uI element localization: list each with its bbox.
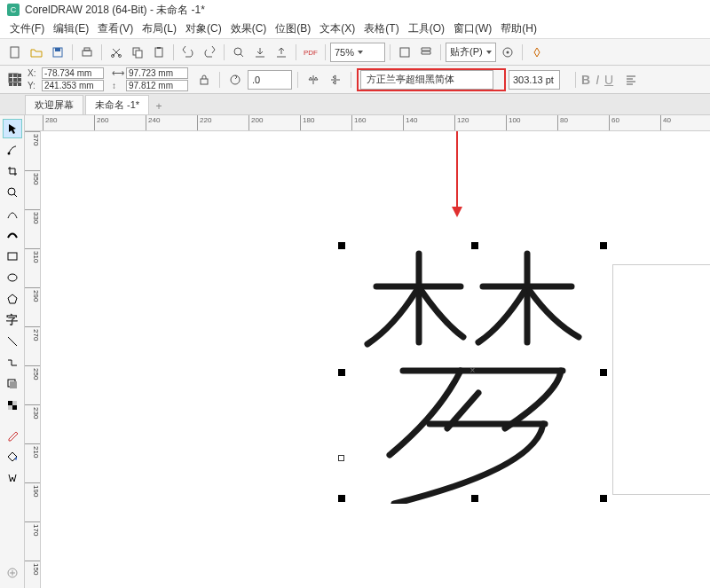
zoom-tool[interactable] [3, 183, 22, 202]
selection-handle-ne[interactable] [600, 242, 607, 249]
publish-pdf-button[interactable]: PDF [301, 43, 320, 62]
selection-handle-nw[interactable] [338, 242, 345, 249]
selection-handle-s[interactable] [471, 495, 478, 502]
x-input[interactable]: -78.734 mm [42, 67, 104, 79]
cut-button[interactable] [106, 43, 126, 62]
ellipse-tool[interactable] [3, 268, 22, 287]
italic-button[interactable]: I [596, 73, 599, 87]
search-button[interactable] [229, 43, 248, 62]
outline-tool[interactable] [3, 468, 22, 488]
rectangle-tool[interactable] [3, 247, 22, 266]
selection-handle-w[interactable] [338, 369, 345, 376]
fullscreen-button[interactable] [395, 43, 414, 62]
text-align-button[interactable] [621, 70, 641, 90]
menu-layout[interactable]: 布局(L) [138, 21, 181, 36]
svg-rect-36 [8, 401, 12, 405]
underline-button[interactable]: U [604, 73, 613, 87]
snap-dropdown[interactable]: 贴齐(P) [446, 43, 496, 62]
font-name: 方正兰亭超细黑简体 [367, 73, 454, 86]
copy-button[interactable] [128, 43, 147, 62]
expand-toolbox-button[interactable] [3, 563, 22, 583]
menu-text[interactable]: 文本(X) [315, 21, 359, 36]
y-input[interactable]: 241.353 mm [42, 80, 104, 91]
freehand-tool[interactable] [3, 204, 22, 223]
app-logo-icon: C [7, 4, 20, 16]
undo-button[interactable] [178, 43, 198, 62]
menu-edit[interactable]: 编辑(E) [49, 21, 93, 36]
connector-tool[interactable] [3, 353, 22, 372]
options-button[interactable] [498, 43, 517, 62]
export-button[interactable] [272, 43, 291, 62]
workspace: 字 280260240220200180160140120100806040 3… [0, 115, 710, 588]
redo-button[interactable] [200, 43, 219, 62]
mirror-v-button[interactable] [326, 70, 345, 90]
eyedropper-tool[interactable] [3, 426, 22, 445]
menu-tools[interactable]: 工具(O) [404, 21, 449, 36]
rulers-button[interactable] [416, 43, 436, 62]
svg-rect-4 [55, 48, 60, 51]
dimension-tool[interactable] [3, 332, 22, 351]
font-family-dropdown[interactable]: 方正兰亭超细黑简体 [360, 70, 493, 90]
separator [575, 72, 576, 88]
selection-center-marker[interactable]: × [469, 366, 477, 374]
print-button[interactable] [77, 43, 97, 62]
separator [325, 44, 326, 60]
mirror-h-button[interactable] [304, 70, 323, 90]
menu-window[interactable]: 窗口(W) [449, 21, 496, 36]
vertical-ruler[interactable]: 370350330310290270250230210190170150 [25, 131, 41, 588]
width-icon: ⟷ [112, 68, 122, 78]
menu-help[interactable]: 帮助(H) [496, 21, 541, 36]
menu-bitmap[interactable]: 位图(B) [271, 21, 315, 36]
selection-handle-sw[interactable] [338, 495, 345, 502]
svg-rect-27 [201, 79, 208, 84]
menu-file[interactable]: 文件(F) [5, 21, 49, 36]
lock-ratio-button[interactable] [194, 70, 214, 90]
zoom-dropdown[interactable]: 75% [330, 43, 385, 62]
selection-handle-e[interactable] [600, 369, 607, 376]
separator [440, 44, 441, 60]
tab-document[interactable]: 未命名 -1* [85, 95, 149, 114]
paste-button[interactable] [149, 43, 169, 62]
selection-handle-se[interactable] [600, 495, 607, 502]
w-input[interactable]: 97.723 mm [126, 67, 188, 79]
svg-point-33 [8, 274, 17, 281]
text-tool[interactable]: 字 [3, 310, 22, 330]
new-doc-button[interactable] [5, 43, 25, 62]
svg-rect-35 [10, 381, 17, 388]
zoom-value: 75% [335, 47, 354, 58]
canvas-viewport[interactable]: × [41, 131, 710, 588]
canvas-area: 280260240220200180160140120100806040 370… [25, 115, 710, 588]
pick-tool[interactable] [3, 119, 22, 138]
crop-tool[interactable] [3, 161, 22, 181]
tab-icon[interactable] [4, 68, 23, 88]
fill-tool[interactable] [3, 447, 22, 466]
menu-object[interactable]: 对象(C) [181, 21, 226, 36]
menu-bar: 文件(F) 编辑(E) 查看(V) 布局(L) 对象(C) 效果(C) 位图(B… [0, 20, 710, 39]
transparency-tool[interactable] [3, 396, 22, 415]
menu-table[interactable]: 表格(T) [359, 21, 403, 36]
snap-label: 贴齐(P) [450, 45, 483, 59]
h-input[interactable]: 97.812 mm [126, 80, 188, 91]
menu-effect[interactable]: 效果(C) [226, 21, 272, 36]
font-size-input[interactable]: 303.13 pt [509, 70, 560, 90]
drop-shadow-tool[interactable] [3, 374, 22, 394]
bold-button[interactable]: B [581, 73, 590, 87]
import-button[interactable] [250, 43, 270, 62]
polygon-tool[interactable] [3, 289, 22, 309]
canvas[interactable]: × [41, 131, 710, 588]
selection-handle-n[interactable] [471, 242, 478, 249]
text-style-group: B I U [581, 73, 613, 87]
horizontal-ruler[interactable]: 280260240220200180160140120100806040 [25, 115, 710, 131]
open-button[interactable] [27, 43, 46, 62]
add-tab-button[interactable]: + [151, 98, 167, 114]
shape-tool[interactable] [3, 140, 22, 160]
text-baseline-handle[interactable] [338, 455, 344, 461]
launch-button[interactable] [527, 43, 547, 62]
svg-rect-32 [8, 253, 17, 260]
tab-welcome[interactable]: 欢迎屏幕 [25, 95, 83, 114]
save-button[interactable] [48, 43, 67, 62]
menu-view[interactable]: 查看(V) [93, 21, 138, 36]
rotation-input[interactable]: .0 [248, 70, 292, 90]
artistic-media-tool[interactable] [3, 225, 22, 245]
svg-point-28 [231, 75, 240, 84]
